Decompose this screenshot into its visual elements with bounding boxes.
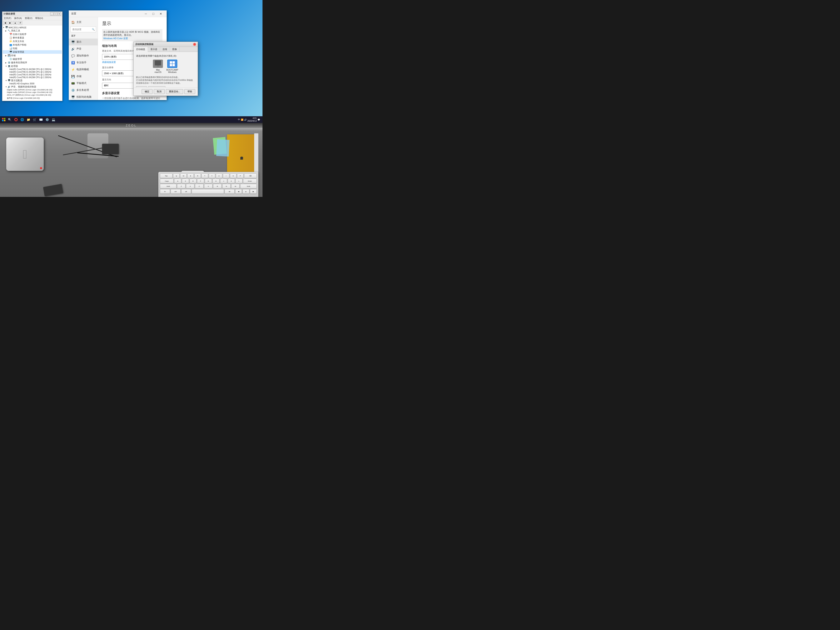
start-button[interactable] [1, 117, 7, 123]
key-alt[interactable]: alt [181, 189, 191, 194]
maximize-button[interactable]: □ [54, 12, 57, 16]
key-fn[interactable]: fn [160, 189, 170, 194]
key-r[interactable]: R [194, 174, 201, 178]
key-l[interactable]: L [235, 179, 243, 183]
tree-local-users[interactable]: 👥 本地用户和组 [3, 43, 62, 47]
close-button[interactable]: ✕ [58, 12, 61, 16]
menu-help[interactable]: 帮助(H) [35, 16, 44, 20]
tree-task-scheduler[interactable]: 📅 任务计划程序 [3, 33, 62, 36]
nav-display[interactable]: 🖥️ 显示 [69, 38, 98, 46]
key-shift-left[interactable]: Shift [160, 184, 177, 188]
tree-device-manager[interactable]: 🖥️ 设备管理器 [3, 50, 62, 54]
taskbar-store[interactable]: 🛒 [32, 117, 38, 123]
tree-cpu3[interactable]: Intel(R) Core(TM) i5-3415M CPU @ 2.30GHz [3, 73, 62, 76]
forward-button[interactable]: ▶ [8, 21, 12, 25]
device-manager-titlebar[interactable]: 计算机管理 _ □ ✕ [2, 12, 62, 16]
tree-shared-folders[interactable]: 📁 共享文件夹 [3, 39, 62, 43]
key-o[interactable]: O [230, 174, 237, 178]
taskbar-cortana[interactable]: ⭕ [13, 117, 19, 123]
taskbar-settings[interactable]: ⚙️ [44, 117, 50, 123]
taskbar-mail[interactable]: ✉️ [38, 117, 44, 123]
key-g[interactable]: G [205, 179, 212, 183]
back-button[interactable]: ◀ [3, 21, 7, 25]
tree-processors[interactable]: ▼ 💻 处理器 [3, 65, 62, 68]
bootcamp-tab-startup[interactable]: 启动磁盘 [134, 47, 148, 52]
key-j[interactable]: J [220, 179, 227, 183]
key-backspace[interactable]: ⌫ [244, 174, 257, 178]
tree-cpu2[interactable]: Intel(R) Core(TM) i5-3415M CPU @ 2.30GHz [3, 71, 62, 73]
key-p[interactable]: P [237, 174, 243, 178]
nav-power[interactable]: ⚡ 电源和睡眠 [69, 66, 98, 73]
taskbar-search[interactable]: 🔍 [7, 117, 13, 123]
nav-sound[interactable]: 🔊 声音 [69, 46, 98, 52]
tree-cpu4[interactable]: Intel(R) Core(TM) i5-3415M CPU @ 2.30GHz [3, 76, 62, 79]
menu-action[interactable]: 操作(A) [14, 16, 22, 20]
taskbar-app1[interactable]: 💻 [51, 117, 56, 123]
menu-view[interactable]: 查看(V) [24, 16, 33, 20]
key-s[interactable]: S [182, 179, 189, 183]
bootcamp-ok-button[interactable]: 确定 [142, 89, 153, 94]
bootcamp-drive-mac[interactable]: MacmacOS [153, 60, 163, 73]
key-m[interactable]: M [231, 184, 240, 188]
nav-storage[interactable]: 💾 存储 [69, 73, 98, 80]
key-tab[interactable]: Tab [160, 174, 172, 178]
key-space[interactable] [192, 189, 224, 194]
settings-maximize-button[interactable]: □ [150, 10, 157, 17]
tree-audio2[interactable]: Digital Audio (S/PDIF) (Cirrus Logic CSA… [3, 91, 62, 93]
taskbar-network[interactable]: 📶 [241, 118, 243, 121]
key-left[interactable]: ◀ [235, 189, 242, 194]
tree-disk-mgmt[interactable]: 💿 磁盘管理 [3, 57, 62, 61]
key-e[interactable]: E [187, 174, 194, 178]
taskbar-edge[interactable]: 🌐 [19, 117, 25, 123]
tree-root[interactable]: ▼ 🖥️ MAC2011-MIN1E [3, 26, 62, 29]
key-t[interactable]: T [202, 174, 208, 178]
tree-gpu[interactable]: Intel(R) HD iGraphics 3000 [3, 82, 62, 85]
up-button[interactable]: ▲ [13, 21, 17, 25]
tree-cpu1[interactable]: Intel(R) Core(TM) i5-3415M CPU @ 2.30GHz [3, 68, 62, 71]
tree-audio1[interactable]: Digital Audio (S/PDIF) (Cirrus Logic CSA… [3, 88, 62, 91]
key-b[interactable]: B [213, 184, 221, 188]
tree-storage[interactable]: ▶ 💾 存储 [3, 54, 62, 57]
tree-zeol-ht[interactable]: ZEOL HT (调用向出) (Cirrus Logic CSA2068 (AB… [3, 93, 62, 97]
taskbar-clock[interactable]: 4:01 2020/4/13 [248, 117, 257, 122]
bootcamp-cancel-button[interactable]: 取消 [154, 89, 164, 94]
key-z[interactable]: Z [177, 184, 185, 188]
key-c[interactable]: C [195, 184, 203, 188]
key-caps[interactable]: Caps [160, 179, 174, 183]
key-k[interactable]: K [228, 179, 235, 183]
key-a[interactable]: A [174, 179, 181, 183]
settings-close-button[interactable]: ✕ [158, 10, 164, 17]
key-x[interactable]: X [186, 184, 194, 188]
refresh-button[interactable]: ↺ [18, 21, 22, 25]
bootcamp-titlebar[interactable]: 启动转换控制面板 ✕ [134, 42, 198, 47]
key-v[interactable]: V [204, 184, 213, 188]
tree-sys-tools[interactable]: ▶ 🔧 系统工具 [3, 29, 62, 33]
key-d[interactable]: D [189, 179, 197, 183]
tree-services[interactable]: ▶ ⚙️ 服务和应用程序 [3, 61, 62, 65]
nav-home[interactable]: 🏠 主页 [69, 19, 98, 25]
tree-performance[interactable]: 📊 性能 [3, 47, 62, 50]
taskbar-explorer[interactable]: 📁 [25, 117, 31, 123]
settings-minimize-button[interactable]: ─ [142, 10, 149, 17]
key-shift-right[interactable]: Shift [240, 184, 257, 188]
bootcamp-drive-windows[interactable]: BOOTCAMPWindows [166, 60, 178, 73]
tree-sound[interactable]: ▼ 🔊 声音、视频和游戏控制器 [3, 85, 62, 88]
settings-titlebar[interactable]: 设置 ─ □ ✕ [69, 10, 167, 17]
nav-notifications[interactable]: 💬 通知和操作 [69, 52, 98, 59]
key-ctrl[interactable]: ctrl [171, 189, 181, 194]
key-h[interactable]: H [213, 179, 219, 183]
bootcamp-close-button[interactable]: ✕ [193, 43, 196, 46]
key-alt-right[interactable]: alt [224, 189, 235, 194]
minimize-button[interactable]: _ [50, 12, 54, 16]
key-enter[interactable]: Enter [243, 179, 257, 183]
tree-display-adapters[interactable]: ▼ 🖥️ 显示适配器 [3, 79, 62, 82]
taskbar-volume[interactable]: 🔊 [244, 118, 247, 121]
taskbar-lang[interactable]: 中 [238, 118, 240, 121]
bootcamp-help-button[interactable]: 帮助 [185, 89, 195, 94]
nav-multitask[interactable]: ⚙️ 多任务处理 [69, 87, 98, 93]
nav-focus[interactable]: ♿ 专注助手 [69, 59, 98, 66]
bootcamp-restart-button[interactable]: 重新启动... [166, 89, 183, 94]
hdr-link[interactable]: Windows HD Color 设置 [103, 37, 128, 39]
key-n[interactable]: N [222, 184, 231, 188]
key-i[interactable]: I [223, 174, 229, 178]
